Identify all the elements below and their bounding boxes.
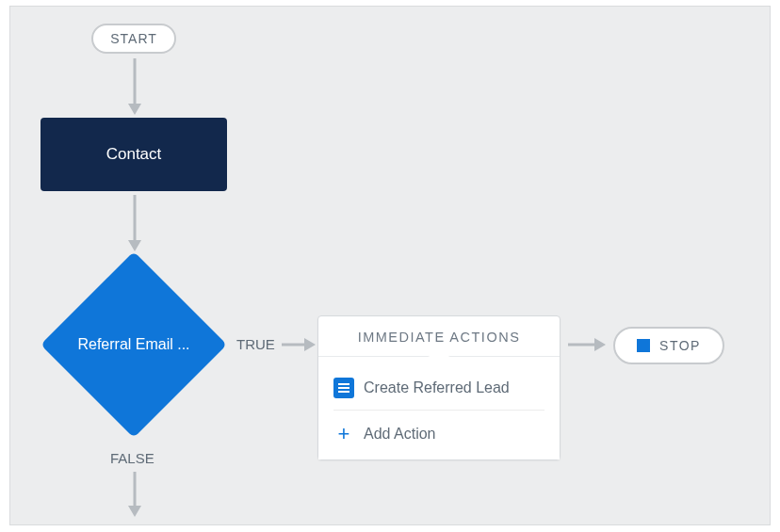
svg-marker-5: [304, 338, 316, 351]
start-node: START: [91, 24, 176, 54]
actions-panel-header: IMMEDIATE ACTIONS: [318, 316, 560, 357]
add-action-button[interactable]: + Add Action: [333, 411, 544, 448]
criteria-node[interactable]: Referral Email ...: [41, 251, 227, 438]
arrow-true-to-actions: [282, 337, 316, 352]
process-canvas: START Contact Referral Email ... TRUE: [9, 6, 771, 525]
arrow-false-down: [128, 472, 147, 519]
svg-marker-9: [128, 506, 141, 517]
arrow-start-to-object: [128, 58, 147, 115]
stop-node: STOP: [613, 327, 724, 364]
actions-panel-body: Create Referred Lead + Add Action: [318, 357, 560, 459]
immediate-actions-panel: IMMEDIATE ACTIONS Create Referred Lead +…: [317, 315, 561, 460]
svg-marker-3: [128, 240, 141, 251]
add-action-label: Add Action: [364, 426, 436, 443]
action-item-label: Create Referred Lead: [364, 379, 510, 396]
svg-marker-1: [128, 104, 141, 115]
stop-icon: [637, 339, 650, 352]
branch-false-label: FALSE: [110, 450, 154, 466]
arrow-actions-to-stop: [568, 337, 608, 352]
actions-panel-header-label: IMMEDIATE ACTIONS: [358, 330, 521, 345]
action-item[interactable]: Create Referred Lead: [333, 370, 544, 411]
object-node[interactable]: Contact: [41, 118, 227, 191]
arrow-object-to-criteria: [128, 195, 147, 253]
stop-label: STOP: [659, 338, 701, 353]
start-label: START: [110, 31, 157, 46]
criteria-label: Referral Email ...: [58, 336, 209, 353]
svg-marker-7: [594, 338, 606, 351]
plus-icon: +: [333, 424, 354, 444]
record-action-icon: [333, 378, 354, 398]
object-node-label: Contact: [106, 145, 162, 164]
branch-true-label: TRUE: [236, 336, 275, 352]
